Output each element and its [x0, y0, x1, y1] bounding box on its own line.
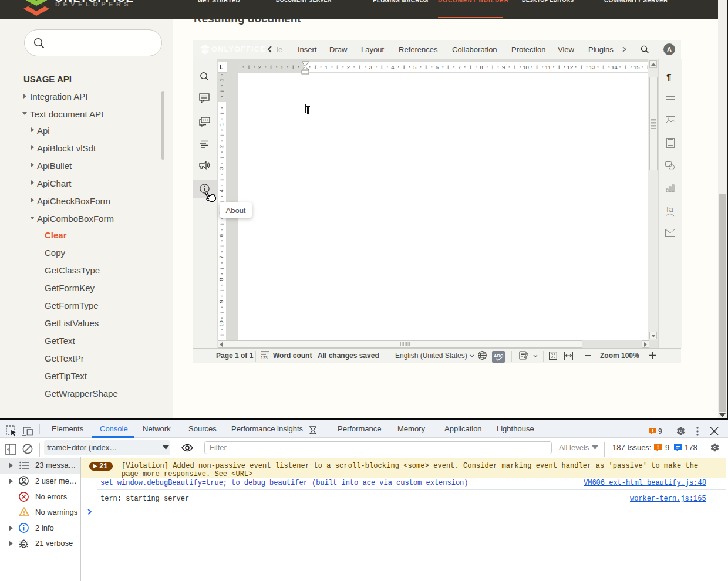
svg-text:7: 7 [218, 256, 224, 259]
svg-text:1: 1 [218, 79, 224, 82]
svg-text:8: 8 [480, 64, 483, 70]
svg-text:3: 3 [369, 64, 372, 70]
svg-text:7: 7 [458, 64, 461, 70]
svg-text:13: 13 [589, 64, 595, 70]
svg-text:4: 4 [391, 64, 394, 70]
svg-text:11: 11 [545, 64, 551, 70]
svg-text:9: 9 [502, 64, 505, 70]
svg-text:2: 2 [258, 64, 261, 70]
svg-text:9: 9 [218, 300, 224, 303]
svg-text:ABC: ABC [494, 353, 504, 359]
svg-text:8: 8 [218, 278, 224, 281]
svg-text:15: 15 [633, 64, 640, 70]
svg-text:2: 2 [218, 145, 224, 148]
svg-text:14: 14 [611, 64, 618, 70]
svg-text:12: 12 [567, 64, 574, 70]
svg-text:10: 10 [218, 320, 224, 327]
svg-text:5: 5 [413, 64, 416, 70]
svg-text:4: 4 [218, 189, 224, 192]
svg-text:2: 2 [347, 64, 350, 70]
svg-text:6: 6 [436, 64, 439, 70]
svg-text:1: 1 [218, 123, 224, 126]
svg-text:6: 6 [218, 234, 224, 237]
svg-text:1: 1 [325, 64, 328, 70]
svg-text:10: 10 [523, 64, 529, 70]
svg-text:1: 1 [281, 64, 284, 70]
svg-text:3: 3 [218, 167, 224, 170]
svg-text:123: 123 [261, 356, 268, 360]
